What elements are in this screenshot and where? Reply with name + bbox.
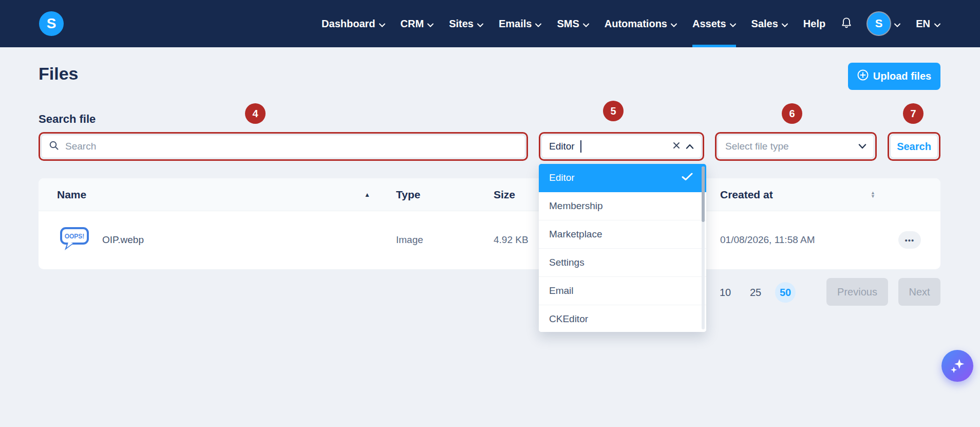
next-page-button[interactable]: Next xyxy=(898,278,940,306)
column-header-name[interactable]: Name ▲ xyxy=(39,189,396,201)
previous-page-button[interactable]: Previous xyxy=(826,278,888,306)
nav-sms[interactable]: SMS xyxy=(557,0,589,47)
app-logo-letter: S xyxy=(47,15,56,32)
chevron-down-icon xyxy=(671,18,677,30)
dropdown-item-label: Settings xyxy=(549,257,585,268)
search-button[interactable]: Search xyxy=(890,135,938,158)
chevron-down-icon xyxy=(477,18,483,30)
annotation-badge-7: 7 xyxy=(903,103,924,124)
nav-sites-label: Sites xyxy=(449,18,474,30)
chevron-down-icon xyxy=(583,18,589,30)
bell-icon xyxy=(841,16,852,31)
dropdown-item-settings[interactable]: Settings xyxy=(539,249,706,277)
dropdown-item-label: CKEditor xyxy=(549,313,588,325)
nav-emails[interactable]: Emails xyxy=(499,0,541,47)
annotation-badge-4: 4 xyxy=(245,103,266,124)
category-value: Editor xyxy=(549,141,575,152)
file-name[interactable]: OIP.webp xyxy=(102,234,144,246)
dropdown-item-label: Marketplace xyxy=(549,229,602,240)
check-icon xyxy=(682,172,693,183)
file-created-cell: 01/08/2026, 11:58 AM xyxy=(720,234,898,246)
category-dropdown-panel: Editor Membership Marketplace Settings E… xyxy=(539,164,706,332)
page: S Dashboard CRM Sites Emails SMS xyxy=(0,0,980,427)
nav-dashboard[interactable]: Dashboard xyxy=(322,0,385,47)
page-size-50-selected[interactable]: 50 xyxy=(775,282,796,303)
annotation-outline-filetype: Select file type xyxy=(715,132,877,161)
sort-ascending-icon: ▲ xyxy=(364,191,370,198)
category-combobox[interactable]: Editor xyxy=(541,135,702,158)
user-avatar-letter: S xyxy=(875,17,883,30)
table-header-row: Name ▲ Type Size Created at ▲▼ xyxy=(39,178,940,211)
file-type-placeholder: Select file type xyxy=(725,141,853,152)
file-type-cell: Image xyxy=(396,234,494,246)
chevron-down-icon xyxy=(934,18,940,30)
nav-assets-label: Assets xyxy=(692,18,726,30)
dropdown-scrollbar-thumb[interactable] xyxy=(702,166,705,222)
upload-files-button[interactable]: Upload files xyxy=(848,63,940,90)
files-table: Name ▲ Type Size Created at ▲▼ OOPS! xyxy=(39,178,940,269)
column-header-created-at[interactable]: Created at ▲▼ xyxy=(720,189,898,201)
search-input[interactable] xyxy=(64,140,518,153)
app-logo[interactable]: S xyxy=(39,11,64,36)
dropdown-item-editor[interactable]: Editor xyxy=(539,164,706,192)
chevron-down-icon xyxy=(894,18,900,30)
page-title: Files xyxy=(39,64,78,84)
nav-sites[interactable]: Sites xyxy=(449,0,483,47)
plus-circle-icon xyxy=(857,69,869,83)
column-header-type[interactable]: Type xyxy=(396,189,494,201)
search-section-label: Search file xyxy=(39,113,96,126)
clear-x-icon[interactable] xyxy=(672,141,681,152)
chevron-down-icon xyxy=(730,18,736,30)
dropdown-item-ckeditor[interactable]: CKEditor xyxy=(539,305,706,332)
nav-dashboard-label: Dashboard xyxy=(322,18,375,30)
nav-emails-label: Emails xyxy=(499,18,532,30)
file-type-select[interactable]: Select file type xyxy=(718,135,874,158)
sparkles-icon xyxy=(949,357,966,375)
dropdown-item-email[interactable]: Email xyxy=(539,277,706,305)
nav-sms-label: SMS xyxy=(557,18,579,30)
annotation-outline-searchbtn: Search xyxy=(888,132,940,161)
page-size-10[interactable]: 10 xyxy=(715,282,736,303)
annotation-badge-5: 5 xyxy=(603,101,624,121)
file-name-cell: OOPS! OIP.webp xyxy=(39,226,396,254)
page-size-25[interactable]: 25 xyxy=(745,282,766,303)
annotation-badge-6: 6 xyxy=(782,103,802,124)
dropdown-item-marketplace[interactable]: Marketplace xyxy=(539,220,706,249)
annotation-outline-search xyxy=(39,132,528,161)
sort-both-icon: ▲▼ xyxy=(871,191,875,198)
user-avatar: S xyxy=(868,12,890,35)
dropdown-item-membership[interactable]: Membership xyxy=(539,192,706,220)
language-selector[interactable]: EN xyxy=(916,18,940,30)
nav-automations[interactable]: Automations xyxy=(605,0,677,47)
nav-automations-label: Automations xyxy=(605,18,667,30)
chevron-down-icon xyxy=(427,18,434,30)
chevron-down-icon xyxy=(535,18,541,30)
ai-assistant-button[interactable] xyxy=(941,350,973,382)
user-menu[interactable]: S xyxy=(868,12,900,35)
nav-help[interactable]: Help xyxy=(803,0,825,47)
chevron-up-icon[interactable] xyxy=(686,142,694,151)
nav-help-label: Help xyxy=(803,18,825,30)
column-name-label: Name xyxy=(57,189,86,201)
nav-assets[interactable]: Assets xyxy=(692,0,736,47)
nav-sales[interactable]: Sales xyxy=(751,0,788,47)
file-actions-cell: ••• xyxy=(898,231,940,249)
thumbnail-text: OOPS! xyxy=(65,233,85,240)
row-actions-button[interactable]: ••• xyxy=(898,231,921,249)
chevron-down-icon xyxy=(858,142,866,151)
notifications-button[interactable] xyxy=(841,16,852,31)
dropdown-item-label: Membership xyxy=(549,200,603,212)
file-search-field[interactable] xyxy=(41,135,525,158)
nav-crm-label: CRM xyxy=(401,18,424,30)
nav-crm[interactable]: CRM xyxy=(401,0,434,47)
dropdown-item-label: Email xyxy=(549,285,574,296)
chevron-down-icon xyxy=(379,18,385,30)
text-cursor xyxy=(580,140,581,153)
main-nav: Dashboard CRM Sites Emails SMS Automatio… xyxy=(322,0,940,47)
dropdown-item-label: Editor xyxy=(549,172,575,183)
table-row: OOPS! OIP.webp Image 4.92 KB 01/08/2026,… xyxy=(39,211,940,269)
search-icon xyxy=(49,140,59,153)
upload-files-label: Upload files xyxy=(873,70,931,82)
chevron-down-icon xyxy=(782,18,788,30)
language-label: EN xyxy=(916,18,930,30)
